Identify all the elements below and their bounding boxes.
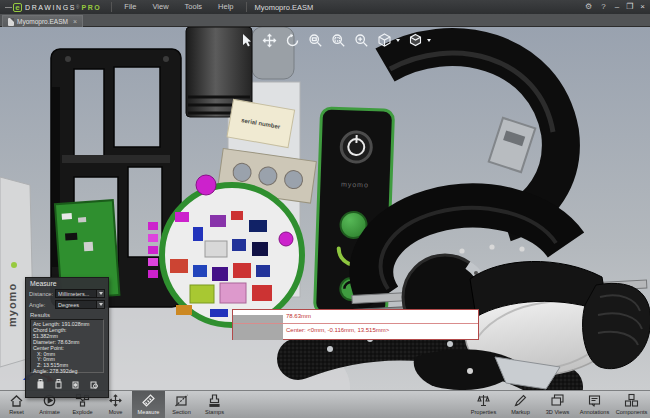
stamp-icon [207,393,222,408]
view-toolbar [238,32,431,48]
measure-panel: Measure Distance: Millimeters... Angle: … [25,277,109,398]
section-icon [174,393,189,408]
tool-components-label: Components [616,409,648,415]
measure-mode-point-icon[interactable] [34,377,47,390]
tool-animate-label: Animate [39,409,60,415]
measure-mode-face-icon[interactable] [69,377,82,390]
angle-label: Angle: [29,302,55,308]
pan-tool-icon[interactable] [261,32,277,48]
callout-center-value: Center: <0mm, -0.116mm, 13.515mm> [286,327,389,333]
logo-dash [5,7,12,8]
tool-measure[interactable]: Measure [132,391,165,418]
document-icon [8,18,14,26]
logo-pro-text: PRO [81,4,101,11]
distance-units-value: Millimeters... [56,291,96,297]
measure-mode-buttons [26,373,108,390]
measurement-callout: 78.63mm Center: <0mm, -0.116mm, 13.515mm… [232,309,479,340]
angle-units-value: Degrees [56,302,96,308]
menu-view[interactable]: View [144,0,176,14]
tool-explode-label: Explode [72,409,92,415]
edrawings-logo: e DRAWINGS ® PRO [0,3,107,12]
myomo-left-brand-text: myomo [6,283,18,327]
angle-dropdown-caret-icon[interactable] [96,301,104,308]
view-orientation-icon[interactable] [407,32,423,48]
measure-mode-edge-icon[interactable] [52,377,65,390]
angle-units-select[interactable]: Degrees [55,300,105,309]
menu-tools[interactable]: Tools [177,0,211,14]
help-icon[interactable]: ? [601,0,605,14]
tab-bar: Myomopro.EASM × [0,14,650,27]
titlebar-separator [111,2,112,12]
tool-markup[interactable]: Markup [502,391,539,418]
menu-file[interactable]: File [116,0,144,14]
tool-3d-views-label: 3D Views [546,409,570,415]
results-label: Results [26,310,108,319]
menu-help[interactable]: Help [210,0,241,14]
close-button[interactable]: × [640,2,645,12]
display-mode-icon[interactable] [376,32,392,48]
tool-markup-label: Markup [511,409,530,415]
zoom-area-icon[interactable] [330,32,346,48]
distance-units-select[interactable]: Millimeters... [55,289,105,298]
restore-button[interactable]: ❐ [626,2,633,12]
tool-reset-label: Reset [9,409,24,415]
measure-icon [141,393,156,408]
tool-measure-label: Measure [138,409,160,415]
bottom-right-tools: Properties Markup 3D Views Annotations [465,391,650,418]
tool-3d-views[interactable]: 3D Views [539,391,576,418]
callout-leader-block [233,315,283,340]
measure-mode-circle-icon[interactable] [87,377,100,390]
home-icon [9,393,24,408]
edrawings-window: e DRAWINGS ® PRO File View Tools Help My… [0,0,650,418]
titlebar: e DRAWINGS ® PRO File View Tools Help My… [0,0,650,14]
tool-properties[interactable]: Properties [465,391,502,418]
edrawings-logo-icon: e [13,3,22,12]
view-orientation-caret-icon[interactable] [427,39,431,42]
tab-label: Myomopro.EASM [17,18,68,25]
logo-drawings-text: DRAWINGS [25,4,76,11]
zoom-fit-icon[interactable] [307,32,323,48]
callout-divider [233,323,478,324]
pencil-icon [513,393,528,408]
rotate-tool-icon[interactable] [284,32,300,48]
tool-annotations[interactable]: Annotations [576,391,613,418]
settings-gear-icon[interactable]: ⚙ [585,0,592,14]
minimize-button[interactable]: – [615,2,619,12]
distance-dropdown-caret-icon[interactable] [96,290,104,297]
results-box: Arc Length: 191.028mm Chord Length: 51.3… [30,319,104,373]
callout-diameter-value: 78.63mm [286,313,311,319]
annotation-icon [587,393,602,408]
document-title: Myomopro.EASM [251,3,314,12]
tool-section[interactable]: Section [165,391,198,418]
components-icon [624,393,639,408]
tool-stamps-label: Stamps [205,409,224,415]
measure-panel-title: Measure [26,278,108,288]
tool-annotations-label: Annotations [580,409,610,415]
tool-stamps[interactable]: Stamps [198,391,231,418]
tool-properties-label: Properties [471,409,497,415]
tab-myomopro[interactable]: Myomopro.EASM × [2,15,83,27]
zoom-icon[interactable] [353,32,369,48]
logo-registered-mark: ® [76,5,79,10]
scales-icon [476,393,491,408]
titlebar-separator [246,2,247,12]
tool-components[interactable]: Components [613,391,650,418]
move-icon [108,393,123,408]
tool-section-label: Section [172,409,191,415]
distance-label: Distance: [29,291,55,297]
select-tool-icon[interactable] [238,32,254,48]
views-stack-icon [550,393,565,408]
tab-close-icon[interactable]: × [73,18,77,25]
tool-move-label: Move [109,409,123,415]
display-mode-caret-icon[interactable] [396,39,400,42]
